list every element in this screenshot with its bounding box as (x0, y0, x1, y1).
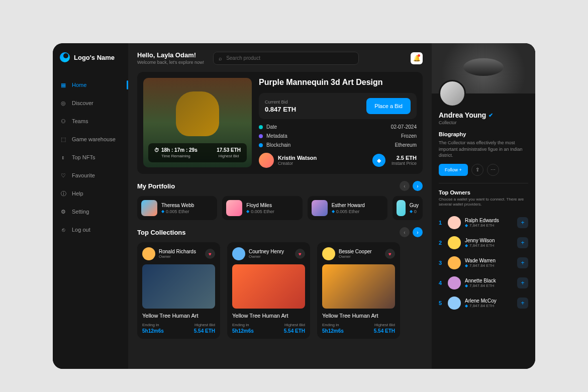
eth-icon: ◆ (332, 209, 335, 214)
follow-button[interactable]: Follow + (439, 164, 468, 176)
add-owner-button[interactable]: + (517, 277, 528, 288)
eth-icon: ◆ (410, 209, 413, 214)
logo-icon (60, 52, 70, 62)
greeting: Hello, Layla Odam! Welcome back, let's e… (137, 51, 204, 65)
profile-avatar (439, 80, 466, 107)
owner-row: 5Arlene McCoy◆7,847.84 ETH+ (439, 293, 528, 313)
collection-card[interactable]: Courtney HenryOwner♥ Yellow Tree Human A… (227, 242, 310, 339)
more-icon: ⋯ (491, 167, 496, 172)
collections-title: Top Collections (137, 229, 186, 236)
bio-title: Biography (439, 131, 528, 137)
owner-avatar (142, 247, 155, 260)
eth-icon: ◆ (465, 263, 468, 268)
eth-icon: ◆ (465, 283, 468, 288)
notification-button[interactable]: 🔔 (411, 52, 423, 64)
heart-icon: ♡ (60, 172, 67, 179)
compass-icon: ◎ (60, 100, 67, 107)
featured-card: ⏱18h : 17m : 29s Time Remaining 17.53 ET… (137, 72, 423, 174)
owner-avatar (448, 276, 461, 289)
owner-avatar (322, 247, 335, 260)
portfolio-card[interactable]: Guy◆0 (393, 196, 423, 220)
search-box[interactable]: ⌕ (213, 52, 359, 65)
featured-image: ⏱18h : 17m : 29s Time Remaining 17.53 ET… (143, 78, 252, 167)
collection-card[interactable]: Bessie CooperOwner♥ Yellow Tree Human Ar… (317, 242, 400, 339)
owner-row: 4Annette Black◆7,847.84 ETH+ (439, 273, 528, 293)
nav-favourite[interactable]: ♡Favourite (53, 167, 128, 184)
eth-icon: ◆ (372, 154, 385, 167)
owner-avatar (448, 216, 461, 229)
favorite-button[interactable]: ♥ (385, 249, 395, 259)
timer-value: 18h : 17m : 29s (161, 147, 198, 153)
dot-icon (259, 134, 263, 138)
logo-text: Logo's Name (74, 54, 115, 61)
logout-icon: ⎋ (60, 226, 67, 233)
instant-price-label: Instant Price (391, 161, 417, 166)
add-owner-button[interactable]: + (517, 217, 528, 228)
help-icon: ⓘ (60, 190, 67, 197)
owners-sub: Choose a wallet you want to connect. The… (439, 197, 528, 208)
portfolio-row: Theresa Webb◆0.005 Ether Floyd Miles◆0.0… (137, 196, 423, 220)
favorite-button[interactable]: ♥ (295, 249, 305, 259)
search-icon: ⌕ (219, 55, 222, 61)
bid-label: Current Bid (265, 100, 296, 105)
owner-row: 2Jenny Wilson◆7,847.84 ETH+ (439, 233, 528, 253)
meta-blockchain: BlockchainEthereum (259, 142, 417, 148)
nav-setting[interactable]: ⚙Setting (53, 203, 128, 220)
creator-row: Kristin Watson Creator ◆ 2.5 ETH Instant… (259, 153, 417, 168)
place-bid-button[interactable]: Place a Bid (366, 98, 411, 114)
creator-avatar (259, 153, 274, 168)
greeting-sub: Welcome back, let's explore now! (137, 60, 204, 65)
owner-avatar (448, 297, 461, 310)
clock-icon: ⏱ (154, 147, 159, 153)
nav: ▦Home ◎Discover ⚇Teams ⬚Game warehouse ⫾… (53, 76, 128, 238)
sidebar: Logo's Name ▦Home ◎Discover ⚇Teams ⬚Game… (53, 43, 128, 369)
collection-image (322, 264, 395, 309)
nav-help[interactable]: ⓘHelp (53, 185, 128, 202)
dot-icon (259, 125, 263, 129)
profile-panel: Andrea Young✔ Collector Biography The Co… (432, 43, 535, 369)
header: Hello, Layla Odam! Welcome back, let's e… (137, 51, 423, 65)
favorite-button[interactable]: ♥ (205, 249, 215, 259)
collection-card[interactable]: Ronald RichardsOwner♥ Yellow Tree Human … (137, 242, 220, 339)
add-owner-button[interactable]: + (517, 237, 528, 248)
bid-value: 0.847 ETH (265, 106, 296, 113)
collections-next[interactable]: › (413, 227, 423, 237)
portfolio-prev[interactable]: ‹ (400, 181, 410, 191)
portfolio-header: My Portfolio ‹ › (137, 181, 423, 191)
portfolio-image (141, 200, 157, 216)
meta-metadata: MetadataFrozen (259, 133, 417, 139)
nav-home[interactable]: ▦Home (53, 76, 128, 93)
highest-bid-value: 17.53 ETH (217, 147, 241, 153)
portfolio-next[interactable]: › (413, 181, 423, 191)
collections-header: Top Collections ‹ › (137, 227, 423, 237)
grid-icon: ▦ (60, 81, 67, 88)
nav-warehouse[interactable]: ⬚Game warehouse (53, 131, 128, 148)
portfolio-image (312, 200, 328, 216)
add-owner-button[interactable]: + (517, 257, 528, 268)
collections-prev[interactable]: ‹ (400, 227, 410, 237)
portfolio-card[interactable]: Esther Howard◆0.005 Ether (308, 196, 387, 220)
search-input[interactable] (226, 55, 353, 61)
gear-icon: ⚙ (60, 208, 67, 215)
main: Hello, Layla Odam! Welcome back, let's e… (128, 43, 432, 369)
nav-logout[interactable]: ⎋Log out (53, 221, 128, 238)
nav-top-nfts[interactable]: ⫾Top NFTs (53, 149, 128, 166)
portfolio-card[interactable]: Theresa Webb◆0.005 Ether (137, 196, 217, 220)
nav-teams[interactable]: ⚇Teams (53, 113, 128, 130)
eth-icon: ◆ (465, 243, 468, 248)
eth-icon: ◆ (246, 209, 249, 214)
owner-avatar (448, 236, 461, 249)
owner-avatar (232, 247, 245, 260)
add-owner-button[interactable]: + (517, 298, 528, 309)
greeting-title: Hello, Layla Odam! (137, 51, 204, 59)
portfolio-card[interactable]: Floyd Miles◆0.005 Ether (222, 196, 302, 220)
dot-icon (259, 143, 263, 147)
share-button[interactable]: ⇪ (471, 164, 483, 176)
bid-row: Current Bid 0.847 ETH Place a Bid (259, 93, 417, 119)
more-button[interactable]: ⋯ (487, 164, 499, 176)
creator-name: Kristin Watson (278, 155, 317, 161)
featured-info: Purple Mannequin 3d Art Design Current B… (259, 78, 417, 168)
nav-discover[interactable]: ◎Discover (53, 94, 128, 112)
notification-dot (418, 54, 420, 57)
owner-row: 3Wade Warren◆7,847.84 ETH+ (439, 253, 528, 273)
